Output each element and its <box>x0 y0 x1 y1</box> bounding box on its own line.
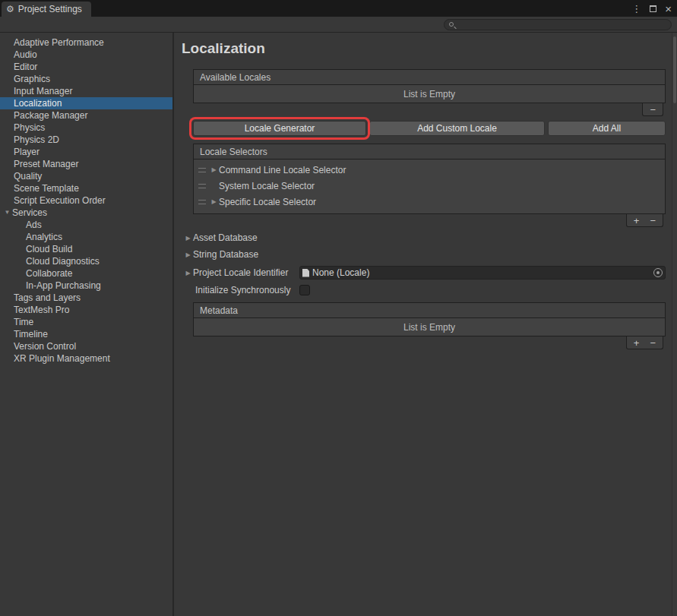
add-metadata-button[interactable]: + <box>634 338 640 348</box>
sidebar-item-audio[interactable]: Audio <box>0 49 172 61</box>
locale-selectors-footer: + − <box>193 214 666 227</box>
settings-content: Localization Available Locales List is E… <box>174 33 672 616</box>
remove-selector-button[interactable]: − <box>650 216 656 226</box>
search-input[interactable] <box>457 20 666 29</box>
available-locales-list: Available Locales List is Empty − <box>193 69 666 116</box>
sidebar-item-services[interactable]: ▼ Services <box>0 207 172 219</box>
project-locale-identifier-field[interactable]: None (Locale) <box>299 266 666 280</box>
string-database-foldout[interactable]: ▶ String Database <box>183 248 666 261</box>
drag-handle-icon[interactable] <box>198 184 206 188</box>
asset-database-foldout[interactable]: ▶ Asset Database <box>183 232 666 244</box>
available-locales-header: Available Locales <box>193 69 666 85</box>
sidebar-item-player[interactable]: Player <box>0 146 172 158</box>
sidebar-item-textmesh-pro[interactable]: TextMesh Pro <box>0 304 172 316</box>
project-locale-identifier-foldout[interactable]: ▶ Project Locale Identifier <box>183 267 299 278</box>
list-empty-label: List is Empty <box>403 89 455 100</box>
window-titlebar: ⚙ Project Settings ⋮ × <box>0 0 677 17</box>
metadata-header-label: Metadata <box>200 305 238 316</box>
remove-metadata-button[interactable]: − <box>650 338 656 348</box>
sidebar-item-graphics[interactable]: Graphics <box>0 73 172 85</box>
foldout-closed-icon[interactable]: ▶ <box>183 270 193 276</box>
window-title: Project Settings <box>18 4 82 14</box>
project-settings-tab[interactable]: ⚙ Project Settings <box>2 2 91 17</box>
add-custom-locale-button[interactable]: Add Custom Locale <box>369 121 545 136</box>
locale-generator-button[interactable]: Locale Generator <box>193 121 366 136</box>
sidebar-item-ads[interactable]: Ads <box>0 219 172 231</box>
selector-label: Command Line Locale Selector <box>219 165 346 175</box>
sidebar-item-scene-template[interactable]: Scene Template <box>0 182 172 194</box>
locale-selectors-body: ▶ Command Line Locale Selector System Lo… <box>193 160 666 214</box>
initialize-synchronously-label-wrap: Initialize Synchronously <box>183 285 299 295</box>
available-locales-empty-row: List is Empty <box>193 85 666 103</box>
selector-label: System Locale Selector <box>219 181 315 191</box>
page-title: Localization <box>182 40 666 57</box>
foldout-closed-icon[interactable]: ▶ <box>209 166 219 173</box>
remove-locale-button[interactable]: − <box>650 105 656 115</box>
kebab-menu-icon[interactable]: ⋮ <box>631 4 641 14</box>
sidebar-item-in-app-purchasing[interactable]: In-App Purchasing <box>0 280 172 292</box>
sidebar-item-analytics[interactable]: Analytics <box>0 231 172 243</box>
settings-sidebar: Adaptive Performance Audio Editor Graphi… <box>0 33 174 616</box>
sidebar-item-collaborate[interactable]: Collaborate <box>0 267 172 280</box>
drag-handle-icon[interactable] <box>198 168 206 172</box>
maximize-icon[interactable] <box>650 5 656 12</box>
metadata-list: Metadata List is Empty + − <box>193 302 666 349</box>
sidebar-item-cloud-diagnostics[interactable]: Cloud Diagnostics <box>0 255 172 267</box>
settings-toolbar <box>0 17 677 33</box>
window-controls: ⋮ × <box>631 0 672 17</box>
sidebar-item-adaptive-performance[interactable]: Adaptive Performance <box>0 36 172 49</box>
sidebar-item-package-manager[interactable]: Package Manager <box>0 109 172 122</box>
gear-icon: ⚙ <box>6 4 14 14</box>
sidebar-item-editor[interactable]: Editor <box>0 61 172 73</box>
sidebar-item-physics-2d[interactable]: Physics 2D <box>0 134 172 146</box>
initialize-synchronously-checkbox[interactable] <box>299 285 310 295</box>
add-all-button[interactable]: Add All <box>548 121 666 136</box>
metadata-footer: + − <box>193 336 666 349</box>
sidebar-item-localization[interactable]: Localization <box>0 97 172 109</box>
foldout-closed-icon[interactable]: ▶ <box>183 251 193 258</box>
vertical-scrollbar[interactable] <box>672 33 677 616</box>
foldout-closed-icon[interactable]: ▶ <box>183 235 193 242</box>
drag-handle-icon[interactable] <box>198 200 206 204</box>
sidebar-item-xr-plugin-management[interactable]: XR Plugin Management <box>0 352 172 365</box>
sidebar-item-tags-and-layers[interactable]: Tags and Layers <box>0 292 172 304</box>
sidebar-item-input-manager[interactable]: Input Manager <box>0 85 172 97</box>
foldout-open-icon[interactable]: ▼ <box>2 207 12 219</box>
metadata-header: Metadata <box>193 302 666 318</box>
list-item[interactable]: System Locale Selector <box>194 178 665 194</box>
list-item[interactable]: ▶ Specific Locale Selector <box>194 194 665 210</box>
locale-selectors-header-label: Locale Selectors <box>200 147 267 157</box>
sidebar-item-quality[interactable]: Quality <box>0 170 172 182</box>
locale-actions-row: Locale Generator Add Custom Locale Add A… <box>193 121 666 136</box>
available-locales-header-label: Available Locales <box>200 72 270 83</box>
string-database-label: String Database <box>193 249 258 260</box>
list-item[interactable]: ▶ Command Line Locale Selector <box>194 162 665 178</box>
search-icon <box>449 22 454 27</box>
sidebar-item-label: Services <box>12 207 47 219</box>
sidebar-item-preset-manager[interactable]: Preset Manager <box>0 158 172 170</box>
object-picker-icon[interactable] <box>653 268 663 277</box>
foldout-closed-icon[interactable]: ▶ <box>209 198 219 205</box>
locale-selectors-list: Locale Selectors ▶ Command Line Locale S… <box>193 144 666 227</box>
sidebar-item-physics[interactable]: Physics <box>0 122 172 134</box>
sidebar-item-time[interactable]: Time <box>0 316 172 328</box>
close-icon[interactable]: × <box>665 3 672 14</box>
scrollbar-thumb[interactable] <box>673 36 676 103</box>
search-field[interactable] <box>444 19 672 30</box>
sidebar-item-cloud-build[interactable]: Cloud Build <box>0 243 172 255</box>
project-locale-identifier-row: ▶ Project Locale Identifier None (Locale… <box>183 266 666 280</box>
selector-label: Specific Locale Selector <box>219 197 316 207</box>
add-selector-button[interactable]: + <box>634 216 640 226</box>
sidebar-item-timeline[interactable]: Timeline <box>0 328 172 340</box>
asset-database-label: Asset Database <box>193 232 258 243</box>
metadata-empty-row: List is Empty <box>193 318 666 336</box>
sidebar-item-script-execution-order[interactable]: Script Execution Order <box>0 194 172 207</box>
object-field-value: None (Locale) <box>312 267 369 278</box>
list-empty-label: List is Empty <box>403 322 455 333</box>
available-locales-footer: − <box>193 103 666 116</box>
locale-selectors-header: Locale Selectors <box>193 144 666 160</box>
sidebar-item-version-control[interactable]: Version Control <box>0 340 172 352</box>
project-locale-identifier-label: Project Locale Identifier <box>193 267 288 278</box>
initialize-synchronously-label: Initialize Synchronously <box>195 285 290 295</box>
locale-asset-icon <box>302 269 309 277</box>
